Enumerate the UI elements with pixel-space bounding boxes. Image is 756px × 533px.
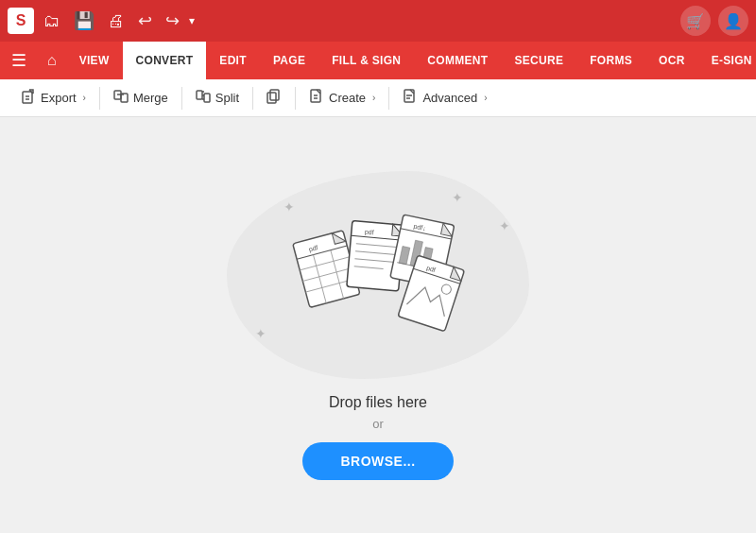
menu-item-secure[interactable]: SECURE xyxy=(501,42,576,79)
save-icon[interactable]: 💾 xyxy=(70,7,98,35)
merge-button[interactable]: Merge xyxy=(104,83,178,112)
svg-rect-8 xyxy=(204,94,210,102)
merge-icon xyxy=(113,89,129,107)
user-button[interactable]: 👤 xyxy=(718,6,748,36)
separator-5 xyxy=(388,87,389,110)
undo-icon[interactable]: ↩ xyxy=(134,7,156,35)
title-bar-left: S 🗂 💾 🖨 ↩ ↪ ▾ xyxy=(8,7,195,35)
menu-item-convert[interactable]: CONVERT xyxy=(123,42,207,79)
sparkle-1: ✦ xyxy=(284,199,295,215)
split-label: Split xyxy=(215,91,239,105)
export-button[interactable]: Export › xyxy=(11,83,95,112)
menu-item-view[interactable]: VIEW xyxy=(66,42,123,79)
menu-item-ocr[interactable]: OCR xyxy=(645,42,698,79)
separator-4 xyxy=(295,87,296,110)
export-icon xyxy=(21,89,36,107)
main-content: ✦ ✦ ✦ ✦ pdf xyxy=(0,117,756,533)
blob-area[interactable]: ✦ ✦ ✦ ✦ pdf xyxy=(227,171,529,379)
menu-item-forms[interactable]: FORMS xyxy=(576,42,645,79)
sparkle-2: ✦ xyxy=(452,190,463,205)
or-text: or xyxy=(372,417,384,431)
title-bar: S 🗂 💾 🖨 ↩ ↪ ▾ 🛒 👤 xyxy=(0,0,756,42)
pdf-illustration: pdf pdf xyxy=(284,199,472,351)
svg-rect-0 xyxy=(23,92,32,103)
copy-button[interactable] xyxy=(257,83,291,112)
create-button[interactable]: Create › xyxy=(300,83,385,112)
svg-rect-7 xyxy=(197,91,202,99)
print-icon[interactable]: 🖨 xyxy=(104,8,129,35)
advanced-button[interactable]: Advanced › xyxy=(393,83,496,112)
title-bar-right: 🛒 👤 xyxy=(680,6,748,36)
sparkle-3: ✦ xyxy=(255,326,266,341)
advanced-icon xyxy=(403,89,418,107)
browse-button[interactable]: BROWSE... xyxy=(302,442,453,480)
create-chevron: › xyxy=(372,93,375,103)
split-button[interactable]: Split xyxy=(186,83,249,112)
menu-item-page[interactable]: PAGE xyxy=(260,42,318,79)
separator-3 xyxy=(252,87,253,110)
titlebar-dropdown-icon[interactable]: ▾ xyxy=(189,14,195,27)
cart-button[interactable]: 🛒 xyxy=(680,6,711,36)
separator-2 xyxy=(181,87,182,110)
svg-rect-10 xyxy=(270,90,279,100)
svg-rect-11 xyxy=(267,93,276,103)
advanced-chevron: › xyxy=(484,93,487,103)
redo-icon[interactable]: ↪ xyxy=(162,7,183,35)
menu-item-fill-sign[interactable]: FILL & SIGN xyxy=(318,42,414,79)
split-icon xyxy=(196,89,211,107)
home-button[interactable]: ⌂ xyxy=(38,42,66,79)
separator-1 xyxy=(99,87,100,110)
export-label: Export xyxy=(41,91,77,105)
toolbar: Export › Merge Split xyxy=(0,79,756,117)
export-chevron: › xyxy=(83,93,86,103)
copy-icon xyxy=(266,89,282,107)
sparkle-4: ✦ xyxy=(499,218,510,233)
open-files-icon[interactable]: 🗂 xyxy=(40,8,64,35)
hamburger-button[interactable]: ☰ xyxy=(0,42,38,79)
create-icon xyxy=(309,89,324,107)
menu-item-esign[interactable]: E-SIGN xyxy=(698,42,756,79)
menu-item-comment[interactable]: COMMENT xyxy=(414,42,501,79)
advanced-label: Advanced xyxy=(422,91,477,105)
drop-text: Drop files here xyxy=(329,394,427,411)
app-logo[interactable]: S xyxy=(8,8,34,34)
merge-label: Merge xyxy=(133,91,168,105)
menu-item-edit[interactable]: EDIT xyxy=(206,42,260,79)
menu-bar: ☰ ⌂ VIEW CONVERT EDIT PAGE FILL & SIGN C… xyxy=(0,42,756,79)
dropzone-container: ✦ ✦ ✦ ✦ pdf xyxy=(227,171,529,480)
create-label: Create xyxy=(329,91,366,105)
